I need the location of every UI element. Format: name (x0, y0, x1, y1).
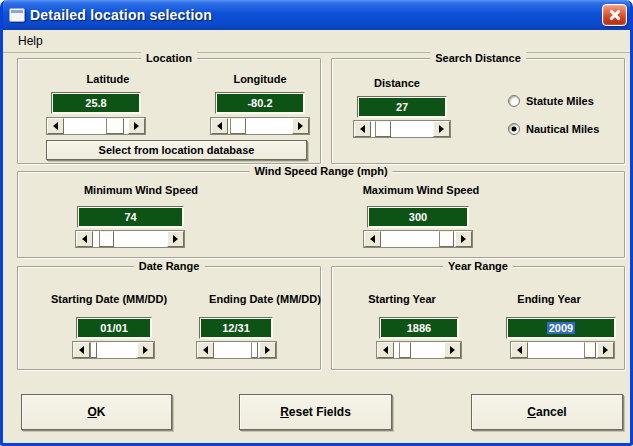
min-wind-speed-value-field[interactable]: 74 (77, 206, 184, 228)
scroll-right-arrow-icon[interactable] (259, 342, 276, 358)
scroll-right-arrow-icon[interactable] (597, 342, 614, 358)
starting-year-value-field[interactable]: 1886 (379, 317, 459, 339)
scroll-thumb[interactable] (375, 121, 392, 137)
longitude-label: Longitude (200, 73, 320, 85)
ending-year-label: Ending Year (489, 293, 609, 305)
scroll-left-arrow-icon[interactable] (47, 118, 64, 134)
ending-date-label: Ending Date (MM/DD) (190, 293, 340, 305)
scroll-thumb[interactable] (90, 342, 97, 358)
scroll-track[interactable] (214, 342, 259, 358)
scroll-left-arrow-icon[interactable] (211, 118, 228, 134)
scroll-thumb[interactable] (399, 342, 412, 358)
close-icon[interactable] (602, 4, 627, 26)
location-group: Location Latitude 25.8 Longitude -80.2 S… (17, 58, 321, 164)
max-wind-speed-value: 300 (369, 208, 467, 226)
scroll-thumb[interactable] (106, 118, 124, 134)
menu-help[interactable]: Help (12, 32, 49, 50)
ending-date-value-field[interactable]: 12/31 (199, 317, 273, 339)
scroll-track[interactable] (381, 231, 455, 247)
starting-year-value: 1886 (381, 319, 457, 337)
wind-speed-group: Wind Speed Range (mph) Minimum Wind Spee… (17, 171, 625, 258)
window-icon (9, 8, 25, 22)
distance-scrollbar[interactable] (353, 120, 451, 138)
distance-value-field[interactable]: 27 (357, 96, 447, 118)
location-group-title: Location (141, 52, 197, 64)
starting-date-value-field[interactable]: 01/01 (76, 317, 152, 339)
scroll-track[interactable] (228, 118, 292, 134)
latitude-label: Latitude (48, 73, 168, 85)
scroll-track[interactable] (93, 231, 167, 247)
nautical-miles-label: Nautical Miles (526, 123, 599, 135)
reset-button-label: eset Fields (289, 405, 351, 419)
radio-nautical-miles[interactable]: Nautical Miles (508, 123, 599, 135)
date-range-group: Date Range Starting Date (MM/DD) 01/01 E… (17, 266, 321, 370)
latitude-value: 25.8 (53, 94, 139, 112)
year-range-group: Year Range Starting Year 1886 Ending Yea… (331, 266, 625, 370)
scroll-track[interactable] (371, 121, 433, 137)
scroll-thumb[interactable] (99, 231, 114, 247)
distance-label: Distance (342, 77, 452, 89)
wind-speed-group-title: Wind Speed Range (mph) (249, 165, 392, 177)
scroll-thumb[interactable] (584, 342, 596, 358)
cancel-button-label: ancel (536, 405, 567, 419)
ending-year-value-field[interactable]: 2009 (506, 317, 616, 339)
scroll-track[interactable] (394, 342, 444, 358)
scroll-track[interactable] (528, 342, 597, 358)
scroll-thumb[interactable] (230, 118, 246, 134)
scroll-left-arrow-icon[interactable] (73, 342, 90, 358)
statute-miles-label: Statute Miles (526, 95, 594, 107)
min-wind-speed-value: 74 (79, 208, 182, 226)
scroll-left-arrow-icon[interactable] (511, 342, 528, 358)
starting-date-label: Starting Date (MM/DD) (34, 293, 184, 305)
scroll-thumb[interactable] (251, 342, 258, 358)
reset-fields-button[interactable]: Reset Fields (239, 394, 392, 430)
ending-year-scrollbar[interactable] (510, 341, 615, 359)
scroll-left-arrow-icon[interactable] (377, 342, 394, 358)
select-location-database-label: Select from location database (99, 144, 255, 156)
scroll-right-arrow-icon[interactable] (455, 231, 472, 247)
scroll-left-arrow-icon[interactable] (364, 231, 381, 247)
menu-bar: Help (3, 30, 630, 53)
longitude-value: -80.2 (217, 94, 303, 112)
scroll-right-arrow-icon[interactable] (128, 118, 145, 134)
longitude-value-field[interactable]: -80.2 (215, 92, 305, 114)
dialog-window: Detailed location selection Help Locatio… (0, 0, 633, 446)
ok-button[interactable]: OK (21, 394, 172, 430)
scroll-track[interactable] (64, 118, 128, 134)
min-wind-speed-label: Minimum Wind Speed (61, 184, 221, 196)
cancel-button[interactable]: Cancel (471, 394, 623, 430)
scroll-left-arrow-icon[interactable] (197, 342, 214, 358)
reset-button-accel: R (280, 405, 289, 419)
scroll-track[interactable] (90, 342, 137, 358)
min-wind-speed-scrollbar[interactable] (75, 230, 185, 248)
max-wind-speed-value-field[interactable]: 300 (367, 206, 469, 228)
starting-date-scrollbar[interactable] (72, 341, 155, 359)
scroll-right-arrow-icon[interactable] (433, 121, 450, 137)
titlebar[interactable]: Detailed location selection (0, 0, 633, 30)
scroll-right-arrow-icon[interactable] (292, 118, 309, 134)
scroll-right-arrow-icon[interactable] (167, 231, 184, 247)
scroll-left-arrow-icon[interactable] (76, 231, 93, 247)
ending-date-value: 12/31 (201, 319, 271, 337)
starting-date-value: 01/01 (78, 319, 150, 337)
latitude-value-field[interactable]: 25.8 (51, 92, 141, 114)
starting-year-label: Starting Year (342, 293, 462, 305)
longitude-scrollbar[interactable] (210, 117, 310, 135)
scroll-right-arrow-icon[interactable] (137, 342, 154, 358)
max-wind-speed-scrollbar[interactable] (363, 230, 473, 248)
year-range-group-title: Year Range (443, 260, 513, 272)
latitude-scrollbar[interactable] (46, 117, 146, 135)
starting-year-scrollbar[interactable] (376, 341, 462, 359)
search-distance-group-title: Search Distance (430, 52, 526, 64)
cancel-button-accel: C (527, 405, 536, 419)
select-location-database-button[interactable]: Select from location database (46, 140, 307, 160)
ok-button-label: K (97, 405, 106, 419)
ending-date-scrollbar[interactable] (196, 341, 277, 359)
date-range-group-title: Date Range (134, 260, 205, 272)
radio-statute-miles[interactable]: Statute Miles (508, 95, 594, 107)
scroll-right-arrow-icon[interactable] (444, 342, 461, 358)
window-title: Detailed location selection (30, 7, 602, 23)
scroll-left-arrow-icon[interactable] (354, 121, 371, 137)
ending-year-field: 2009 (508, 319, 614, 337)
scroll-thumb[interactable] (439, 231, 453, 247)
